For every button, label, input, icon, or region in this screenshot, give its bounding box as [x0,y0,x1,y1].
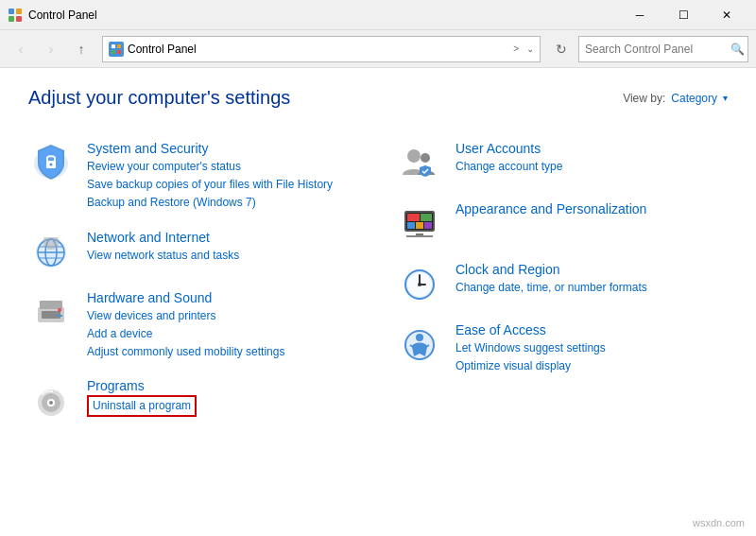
svg-rect-0 [9,9,14,14]
search-input[interactable] [585,43,727,56]
hardware-sound-icon [28,288,74,334]
svg-point-28 [407,149,421,163]
category-programs: Programs Uninstall a program [28,369,359,429]
title-bar-icon [8,8,23,23]
address-arrow: > [513,43,519,54]
clock-region-title[interactable]: Clock and Region [455,262,728,277]
svg-rect-35 [416,222,423,229]
right-column: User Accounts Change account type [397,131,728,429]
programs-info: Programs Uninstall a program [87,376,359,417]
title-bar-controls: ─ ☐ ✕ [618,0,748,30]
programs-title[interactable]: Programs [87,378,359,393]
svg-rect-33 [421,214,432,221]
svg-point-23 [58,308,61,312]
system-security-title[interactable]: System and Security [87,141,359,156]
appearance-icon [397,199,442,245]
forward-button[interactable]: › [38,36,64,62]
category-user-accounts: User Accounts Change account type [397,131,728,192]
category-network-internet: Network and Internet View network status… [28,220,359,281]
up-button[interactable]: ↑ [68,36,94,62]
svg-rect-6 [112,50,115,54]
search-bar[interactable]: 🔍 [578,36,748,62]
clock-region-info: Clock and Region Change date, time, or n… [455,260,728,297]
address-chevron: ⌄ [526,43,534,54]
hardware-sound-link-2[interactable]: Add a device [87,325,359,343]
ease-of-access-title[interactable]: Ease of Access [455,322,728,337]
network-internet-icon [28,228,74,273]
svg-rect-3 [16,16,22,22]
svg-point-29 [421,153,430,163]
ease-of-access-icon [397,320,442,366]
clock-region-icon [397,260,442,305]
system-security-link-1[interactable]: Review your computer's status [87,158,359,176]
svg-point-48 [416,334,423,341]
category-appearance: Appearance and Personalization [397,192,728,252]
svg-point-10 [50,164,53,166]
view-by-value[interactable]: Category [671,92,717,105]
title-bar: Control Panel ─ ☐ ✕ [0,0,756,30]
svg-point-27 [49,401,53,405]
system-security-icon [28,139,74,184]
svg-rect-38 [406,235,433,237]
address-bar-icon [109,42,124,57]
hardware-sound-link-3[interactable]: Adjust commonly used mobility settings [87,343,359,361]
back-button[interactable]: ‹ [8,36,34,62]
category-ease-of-access: Ease of Access Let Windows suggest setti… [397,313,728,383]
ease-of-access-link-2[interactable]: Optimize visual display [455,357,728,375]
appearance-info: Appearance and Personalization [455,199,728,218]
system-security-link-2[interactable]: Save backup copies of your files with Fi… [87,176,359,194]
maximize-button[interactable]: ☐ [662,0,705,30]
svg-rect-5 [117,44,121,48]
toolbar: ‹ › ↑ Control Panel > ⌄ ↻ 🔍 [0,30,756,68]
category-clock-region: Clock and Region Change date, time, or n… [397,252,728,313]
main-content: Adjust your computer's settings View by:… [0,68,756,536]
user-accounts-link-1[interactable]: Change account type [455,158,728,176]
svg-rect-18 [47,248,55,250]
view-by-label: View by: [623,92,665,105]
watermark: wsxdn.com [693,517,745,528]
hardware-sound-title[interactable]: Hardware and Sound [87,290,359,305]
svg-rect-22 [57,315,62,317]
svg-rect-7 [117,50,121,54]
programs-icon [28,376,74,422]
svg-rect-21 [40,301,62,309]
programs-link-1[interactable]: Uninstall a program [87,395,197,417]
category-hardware-sound: Hardware and Sound View devices and prin… [28,281,359,370]
svg-rect-1 [16,9,22,14]
clock-region-link-1[interactable]: Change date, time, or number formats [455,279,728,297]
ease-of-access-info: Ease of Access Let Windows suggest setti… [455,320,728,375]
svg-rect-36 [424,222,432,229]
svg-rect-2 [9,16,14,22]
network-internet-title[interactable]: Network and Internet [87,230,359,245]
minimize-button[interactable]: ─ [618,0,662,30]
ease-of-access-link-1[interactable]: Let Windows suggest settings [455,339,728,357]
svg-point-44 [418,283,421,286]
svg-rect-32 [407,214,420,221]
close-button[interactable]: ✕ [705,0,748,30]
view-by: View by: Category ▾ [623,92,728,105]
title-bar-title: Control Panel [28,9,618,22]
appearance-title[interactable]: Appearance and Personalization [455,201,728,216]
view-by-chevron-icon: ▾ [723,93,728,103]
categories-grid: System and Security Review your computer… [28,131,728,429]
system-security-link-3[interactable]: Backup and Restore (Windows 7) [87,194,359,212]
hardware-sound-info: Hardware and Sound View devices and prin… [87,288,359,362]
page-title: Adjust your computer's settings [28,87,290,109]
left-column: System and Security Review your computer… [28,131,359,429]
page-header: Adjust your computer's settings View by:… [28,87,728,109]
user-accounts-info: User Accounts Change account type [455,139,728,176]
search-icon: 🔍 [730,43,745,56]
system-security-info: System and Security Review your computer… [87,139,359,213]
network-internet-info: Network and Internet View network status… [87,228,359,265]
hardware-sound-link-1[interactable]: View devices and printers [87,307,359,325]
svg-rect-17 [43,237,59,248]
refresh-button[interactable]: ↻ [548,36,575,62]
svg-rect-4 [112,44,115,48]
address-path: Control Panel [128,43,509,56]
network-internet-link-1[interactable]: View network status and tasks [87,247,359,265]
user-accounts-icon [397,139,442,184]
address-bar[interactable]: Control Panel > ⌄ [102,36,541,62]
svg-rect-34 [407,222,415,229]
user-accounts-title[interactable]: User Accounts [455,141,728,156]
category-system-security: System and Security Review your computer… [28,131,359,220]
